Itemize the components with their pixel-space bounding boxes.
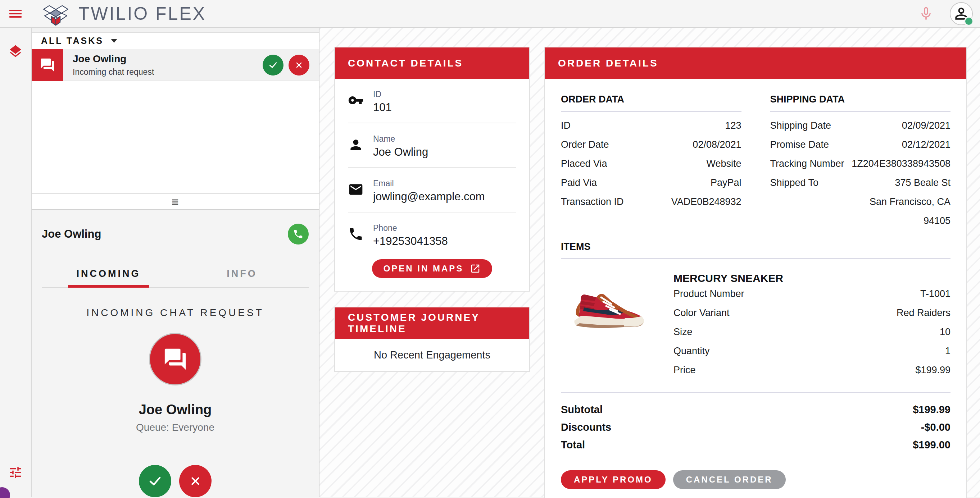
close-icon [294, 60, 304, 70]
corner-decoration [0, 487, 10, 498]
grip-icon: ≡ [172, 196, 179, 208]
journey-empty-state: No Recent Engagements [335, 339, 529, 371]
order-details-title: ORDER DETAILS [558, 57, 659, 69]
tune-icon[interactable] [8, 465, 23, 480]
item-row: Price$199.99 [673, 361, 950, 380]
tab-info[interactable]: INFO [175, 268, 309, 287]
check-icon [268, 60, 278, 70]
total-row: Total$199.00 [561, 436, 950, 454]
side-nav [0, 28, 32, 497]
task-subtitle: Incoming chat request [73, 67, 154, 77]
product-image [561, 266, 673, 380]
incoming-request-heading: INCOMING CHAT REQUEST [42, 307, 309, 319]
field-value: jowling@example.com [373, 190, 485, 203]
product-name: MERCURY SNEAKER [673, 272, 950, 284]
order-totals: Subtotal$199.99 Discounts-$0.00 Total$19… [561, 392, 950, 454]
hamburger-menu-icon[interactable] [10, 8, 22, 19]
task-channel-badge [32, 49, 63, 81]
incoming-queue-label: Queue: Everyone [42, 422, 309, 433]
shipping-data-row: Shipping Date02/09/2021 [770, 116, 951, 135]
active-tab-indicator [68, 285, 149, 288]
reject-task-button[interactable] [288, 55, 309, 76]
item-row: Product NumberT-1001 [673, 284, 950, 303]
app-header: TWILIO FLEX [0, 0, 980, 28]
shipping-data-heading: SHIPPING DATA [770, 94, 951, 112]
status-dot [964, 17, 974, 26]
order-data-row: Order Date02/08/2021 [561, 135, 741, 154]
order-data-row: ID123 [561, 116, 741, 135]
contact-details-card: CONTACT DETAILS ID 101 Name [334, 47, 530, 292]
open-in-maps-button[interactable]: OPEN IN MAPS [372, 259, 493, 278]
item-row: Color VariantRed Raiders [673, 303, 950, 322]
discounts-row: Discounts-$0.00 [561, 419, 950, 436]
contact-details-header: CONTACT DETAILS [335, 48, 529, 79]
task-filter-label: ALL TASKS [41, 36, 103, 46]
shipping-address-line: San Francisco, CA [770, 192, 951, 211]
order-data-heading: ORDER DATA [561, 94, 741, 112]
phone-icon [348, 226, 364, 242]
twilio-flex-logo-icon [40, 1, 71, 27]
item-row: Quantity1 [673, 342, 950, 361]
customer-journey-header: CUSTOMER JOURNEY TIMELINE [335, 308, 529, 339]
person-icon [348, 137, 364, 153]
customer-journey-card: CUSTOMER JOURNEY TIMELINE No Recent Enga… [334, 307, 530, 372]
crm-content: CONTACT DETAILS ID 101 Name [320, 28, 980, 497]
external-link-icon [470, 263, 480, 274]
shipping-data-row: Tracking Number1Z204E380338943508 [770, 154, 951, 173]
apply-promo-button[interactable]: APPLY PROMO [561, 470, 665, 489]
task-detail-customer-name: Joe Owling [42, 228, 101, 241]
field-label: Phone [373, 223, 448, 233]
order-details-header: ORDER DETAILS [545, 48, 966, 79]
chat-icon [40, 57, 56, 73]
caret-down-icon [111, 39, 117, 43]
email-icon [348, 182, 364, 197]
field-value: +19253041358 [373, 235, 448, 248]
shipping-address-line: 94105 [770, 211, 951, 230]
cancel-order-button[interactable]: CANCEL ORDER [673, 470, 786, 489]
reject-chat-button[interactable] [179, 465, 212, 497]
order-data-row: Placed ViaWebsite [561, 154, 741, 173]
incoming-chat-avatar [149, 333, 202, 385]
field-label: Name [373, 134, 428, 144]
field-label: ID [373, 90, 392, 99]
customer-journey-title: CUSTOMER JOURNEY TIMELINE [348, 312, 516, 335]
contact-field-id: ID 101 [348, 79, 516, 123]
task-customer-name: Joe Owling [73, 53, 154, 65]
layers-icon[interactable] [8, 44, 23, 59]
order-data-row: Paid ViaPayPal [561, 173, 741, 192]
task-filter-dropdown[interactable]: ALL TASKS [32, 33, 319, 49]
order-data-row: Transaction IDVADE0B248932 [561, 192, 741, 211]
items-heading: ITEMS [561, 241, 950, 259]
contact-field-phone: Phone +19253041358 [348, 213, 516, 256]
phone-icon [293, 229, 304, 239]
task-list-item[interactable]: Joe Owling Incoming chat request [32, 49, 319, 81]
task-list-empty-area [32, 81, 319, 193]
contact-field-email: Email jowling@example.com [348, 168, 516, 213]
panel-splitter[interactable]: ≡ [32, 193, 319, 210]
subtotal-row: Subtotal$199.99 [561, 401, 950, 419]
call-button[interactable] [288, 224, 309, 244]
field-label: Email [373, 179, 485, 189]
contact-field-name: Name Joe Owling [348, 123, 516, 168]
task-column: ALL TASKS Joe Owling Incoming chat reque… [32, 28, 320, 497]
mic-icon[interactable] [918, 6, 934, 22]
key-icon [348, 92, 364, 108]
app-title: TWILIO FLEX [78, 3, 206, 24]
accept-chat-button[interactable] [139, 465, 171, 497]
chat-icon [162, 347, 188, 372]
shipping-data-section: SHIPPING DATA Shipping Date02/09/2021 Pr… [770, 94, 951, 230]
accept-task-button[interactable] [262, 55, 283, 76]
close-icon [189, 474, 202, 488]
order-item: MERCURY SNEAKER Product NumberT-1001 Col… [561, 266, 950, 380]
field-value: 101 [373, 101, 392, 114]
shipping-data-row: Promise Date02/12/2021 [770, 135, 951, 154]
shipping-data-row: Shipped To375 Beale St [770, 173, 951, 192]
tasks-panel: ALL TASKS Joe Owling Incoming chat reque… [32, 32, 319, 193]
task-detail-panel: Joe Owling INCOMING INFO INCOMING CHAT R… [32, 210, 319, 497]
order-data-section: ORDER DATA ID123 Order Date02/08/2021 Pl… [561, 94, 741, 230]
task-detail-tabs: INCOMING INFO [42, 268, 309, 288]
item-row: Size10 [673, 322, 950, 342]
tab-incoming[interactable]: INCOMING [42, 268, 175, 287]
sneaker-image [571, 285, 646, 332]
user-avatar[interactable] [950, 2, 973, 25]
